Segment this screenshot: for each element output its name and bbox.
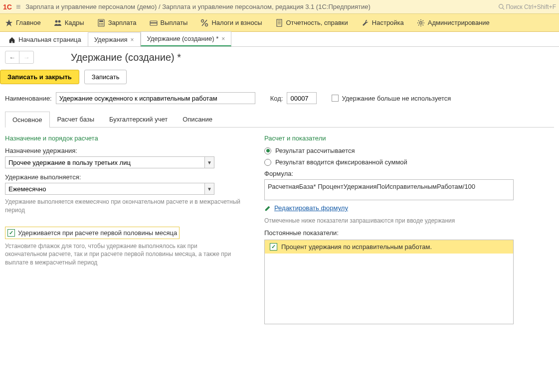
indicators-label: Постоянные показатели: [264, 229, 514, 237]
svg-point-7 [99, 23, 100, 24]
tab-home[interactable]: Начальная страница [2, 32, 88, 46]
right-column: Расчет и показатели Результат рассчитыва… [264, 134, 514, 324]
svg-marker-2 [5, 19, 12, 26]
svg-point-0 [499, 4, 503, 8]
indicators-list: ✓ Процент удержания по исправительным ра… [264, 240, 514, 324]
tab-deductions-label: Удержания [94, 36, 128, 43]
svg-point-22 [419, 21, 422, 24]
indicator-checkbox[interactable]: ✓ [270, 243, 277, 251]
inner-tab-accounting[interactable]: Бухгалтерский учет [102, 111, 175, 127]
menu-personnel-label: Кадры [65, 19, 84, 26]
radio-calculated-label: Результат рассчитывается [275, 147, 355, 154]
chevron-down-icon[interactable]: ▼ [204, 156, 214, 168]
chevron-down-icon[interactable]: ▼ [204, 183, 214, 195]
report-icon [275, 19, 283, 27]
name-input[interactable] [56, 92, 255, 104]
menu-taxes-label: Налоги и взносы [211, 19, 262, 26]
svg-line-1 [503, 8, 504, 9]
people-icon [54, 19, 62, 27]
svg-point-11 [101, 24, 102, 25]
tab-deductions[interactable]: Удержания × [88, 32, 141, 46]
inner-tab-main[interactable]: Основное [5, 112, 50, 128]
menu-reports[interactable]: Отчетность, справки [275, 19, 348, 27]
svg-rect-6 [99, 20, 103, 22]
section-calc: Расчет и показатели [264, 134, 514, 142]
titlebar: 1С ≡ Зарплата и управление персоналом (д… [0, 0, 559, 14]
menubar: Главное Кадры Зарплата Выплаты Налоги и … [0, 14, 559, 32]
menu-admin-label: Администрирование [428, 19, 490, 26]
svg-point-4 [58, 20, 60, 22]
menu-reports-label: Отчетность, справки [286, 19, 348, 26]
menu-main-label: Главное [16, 19, 41, 26]
wrench-icon [361, 19, 369, 27]
close-icon[interactable]: × [131, 36, 134, 43]
first-half-hint: Установите флажок для того, чтобы удержа… [5, 242, 239, 267]
radio-fixed-label: Результат вводится фиксированной суммой [275, 158, 407, 166]
svg-rect-18 [277, 19, 282, 26]
radio-calculated[interactable] [264, 147, 271, 154]
indicator-row[interactable]: ✓ Процент удержания по исправительным ра… [265, 240, 513, 254]
global-search[interactable]: Поиск Ctrl+Shift+F [498, 3, 556, 10]
gear-icon [417, 19, 425, 27]
save-button[interactable]: Записать [84, 70, 127, 84]
menu-settings[interactable]: Настройка [361, 19, 404, 27]
calc-icon [97, 19, 105, 27]
radio-fixed[interactable] [264, 159, 271, 166]
star-icon [5, 19, 13, 27]
inner-tab-description[interactable]: Описание [175, 111, 220, 127]
menu-main[interactable]: Главное [5, 19, 41, 27]
menu-payments[interactable]: Выплаты [150, 19, 188, 27]
name-label: Наименование: [5, 95, 52, 102]
search-icon [498, 3, 505, 10]
first-half-label: Удерживается при расчете первой половины… [18, 229, 177, 237]
svg-point-9 [102, 23, 103, 24]
svg-point-3 [55, 20, 57, 22]
svg-rect-14 [150, 22, 157, 23]
svg-line-17 [202, 20, 207, 26]
svg-point-15 [201, 19, 204, 22]
first-half-checkbox[interactable]: ✓ [7, 229, 15, 237]
wallet-icon [150, 19, 158, 27]
tab-deduction-create[interactable]: Удержание (создание) * × [141, 31, 232, 46]
nav-arrows: ← → [5, 51, 34, 64]
performed-select[interactable] [5, 183, 204, 195]
indicator-label: Процент удержания по исправительным рабо… [281, 243, 432, 251]
menu-admin[interactable]: Администрирование [417, 19, 490, 27]
tabbar: Начальная страница Удержания × Удержание… [0, 32, 559, 47]
save-close-button[interactable]: Записать и закрыть [0, 70, 79, 84]
window-title: Зарплата и управление персоналом (демо) … [25, 3, 498, 10]
tab-deduction-create-label: Удержание (создание) * [147, 35, 219, 42]
inner-tabs: Основное Расчет базы Бухгалтерский учет … [5, 111, 554, 128]
not-used-label: Удержание больше не используется [342, 95, 451, 102]
menu-taxes[interactable]: Налоги и взносы [200, 19, 262, 27]
search-placeholder: Поиск Ctrl+Shift+F [506, 3, 556, 10]
purpose-select[interactable] [5, 156, 204, 168]
code-label: Код: [270, 95, 283, 102]
svg-point-16 [205, 23, 208, 26]
content: Назначение и порядок расчета Назначение … [0, 128, 559, 331]
svg-point-12 [102, 24, 103, 25]
close-icon[interactable]: × [221, 35, 225, 42]
header-fields: Наименование: Код: Удержание больше не и… [0, 90, 559, 111]
app-logo: 1С [3, 3, 12, 11]
nav-back[interactable]: ← [5, 51, 19, 63]
not-used-checkbox[interactable] [332, 95, 339, 102]
code-input[interactable] [287, 92, 317, 104]
menu-salary[interactable]: Зарплата [97, 19, 137, 27]
inner-tab-base[interactable]: Расчет базы [50, 111, 102, 127]
hamburger-icon[interactable]: ≡ [16, 2, 20, 11]
formula-box: РасчетнаяБаза* ПроцентУдержанияПоИсправи… [264, 179, 514, 200]
menu-settings-label: Настройка [372, 19, 404, 26]
menu-personnel[interactable]: Кадры [54, 19, 84, 27]
page-title: Удержание (создание) * [71, 52, 181, 63]
tab-home-label: Начальная страница [18, 36, 81, 43]
nav-forward[interactable]: → [19, 51, 33, 63]
menu-payments-label: Выплаты [161, 19, 188, 26]
edit-formula-link[interactable]: Редактировать формулу [274, 204, 348, 212]
nav-row: ← → Удержание (создание) * [0, 47, 559, 68]
home-icon [8, 36, 15, 43]
percent-icon [200, 19, 208, 27]
formula-label: Формула: [264, 170, 514, 177]
indicators-hint: Отмеченные ниже показатели запрашиваются… [264, 217, 514, 225]
svg-point-8 [101, 23, 102, 24]
